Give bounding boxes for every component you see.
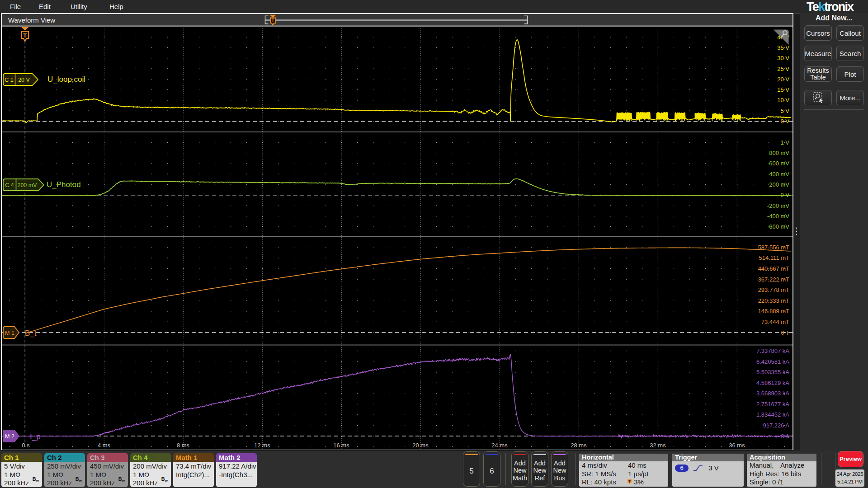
svg-text:7.337807 kA: 7.337807 kA <box>756 347 789 354</box>
svg-text:4.586129 kA: 4.586129 kA <box>756 380 789 386</box>
svg-text:T: T <box>628 479 631 483</box>
svg-text:220.333 mT: 220.333 mT <box>758 297 789 304</box>
svg-text:440.667 mT: 440.667 mT <box>758 265 789 272</box>
svg-text:200 mV: 200 mV <box>769 181 789 188</box>
svg-text:8 ms: 8 ms <box>177 442 190 449</box>
svg-text:800 mV: 800 mV <box>769 150 789 156</box>
svg-text:10 V: 10 V <box>777 97 789 103</box>
svg-text:30 V: 30 V <box>777 55 789 61</box>
svg-text:M 2: M 2 <box>5 433 14 440</box>
svg-text:-200 mV: -200 mV <box>767 202 789 209</box>
svg-text:5.503355 kA: 5.503355 kA <box>756 369 789 375</box>
svg-text:35 V: 35 V <box>777 44 789 51</box>
svg-text:0 V: 0 V <box>780 192 789 198</box>
svg-text:16 ms: 16 ms <box>333 442 349 449</box>
svg-text:C 1: C 1 <box>5 77 14 83</box>
svg-text:0 V: 0 V <box>780 118 789 125</box>
svg-text:B_t: B_t <box>25 329 37 338</box>
svg-text:-400 mV: -400 mV <box>767 213 789 220</box>
svg-text:600 mV: 600 mV <box>769 160 789 167</box>
svg-text:T: T <box>271 18 274 23</box>
svg-text:U_loop,coil: U_loop,coil <box>47 75 85 84</box>
svg-text:28 ms: 28 ms <box>571 442 587 449</box>
svg-text:M 1: M 1 <box>5 330 14 336</box>
svg-text:0 T: 0 T <box>781 329 789 336</box>
svg-text:36 ms: 36 ms <box>729 442 745 449</box>
svg-text:T: T <box>23 32 27 39</box>
svg-text:73.444 mT: 73.444 mT <box>761 319 789 325</box>
svg-text:6.420581 kA: 6.420581 kA <box>756 358 789 365</box>
svg-text:U_Photod: U_Photod <box>47 180 81 189</box>
svg-text:200 mV: 200 mV <box>17 182 37 188</box>
svg-text:917.226 A: 917.226 A <box>763 422 789 429</box>
svg-text:2.751677 kA: 2.751677 kA <box>756 401 789 408</box>
svg-text:1 V: 1 V <box>780 139 789 146</box>
svg-text:514.111 mT: 514.111 mT <box>759 254 790 261</box>
svg-text:20 V: 20 V <box>777 76 789 83</box>
svg-text:400 mV: 400 mV <box>769 171 789 178</box>
svg-text:I_p: I_p <box>30 432 41 441</box>
svg-text:12 ms: 12 ms <box>254 442 270 449</box>
svg-text:293.778 mT: 293.778 mT <box>758 286 789 293</box>
svg-text:5 V: 5 V <box>780 108 789 114</box>
svg-text:1.834452 kA: 1.834452 kA <box>756 411 789 418</box>
svg-text:20 ms: 20 ms <box>412 442 429 449</box>
svg-text:15 V: 15 V <box>777 86 789 93</box>
svg-text:146.889 mT: 146.889 mT <box>758 308 789 314</box>
svg-text:587.556 mT: 587.556 mT <box>758 244 789 251</box>
svg-text:0 s: 0 s <box>22 442 30 449</box>
svg-text:32 ms: 32 ms <box>650 442 666 449</box>
svg-text:-600 mV: -600 mV <box>767 223 789 230</box>
svg-text:20 V: 20 V <box>18 77 30 83</box>
svg-text:4 ms: 4 ms <box>98 442 111 449</box>
svg-text:25 V: 25 V <box>777 66 789 72</box>
svg-text:24 ms: 24 ms <box>491 442 508 449</box>
svg-text:3.668903 kA: 3.668903 kA <box>756 390 789 397</box>
svg-text:367.222 mT: 367.222 mT <box>758 276 789 283</box>
svg-text:C 4: C 4 <box>5 182 14 188</box>
svg-text:0 A: 0 A <box>781 433 789 440</box>
